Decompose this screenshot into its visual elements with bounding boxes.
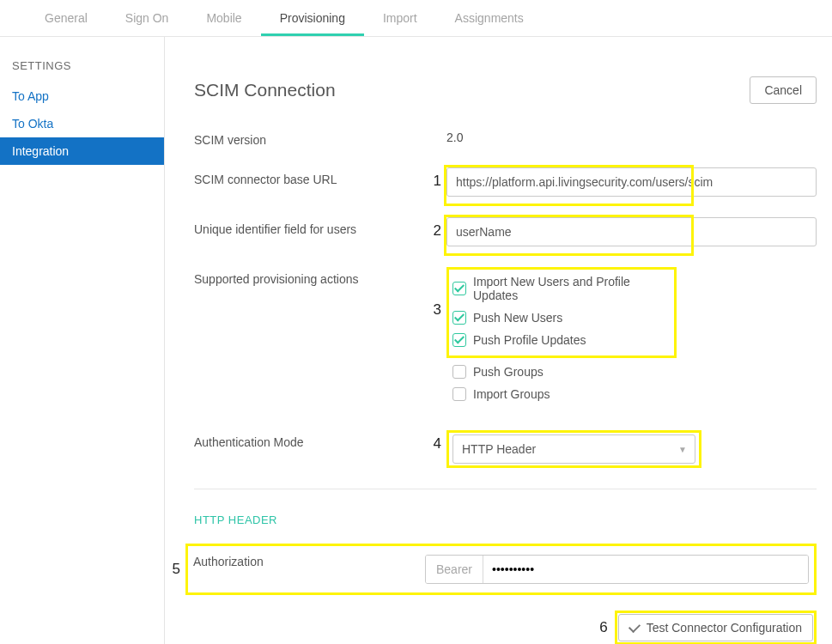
sidebar-item-to-app[interactable]: To App xyxy=(0,82,164,110)
sidebar-item-to-okta[interactable]: To Okta xyxy=(0,110,164,137)
base-url-input[interactable] xyxy=(446,167,817,197)
sidebar-heading: SETTINGS xyxy=(0,59,164,82)
actions-label: Supported provisioning actions xyxy=(194,267,426,286)
auth-mode-select[interactable] xyxy=(452,434,695,464)
section-title: SCIM Connection xyxy=(194,80,336,100)
annotation-2: 2 xyxy=(426,217,446,240)
checkbox-import-groups[interactable] xyxy=(452,387,466,401)
scim-version-label: SCIM version xyxy=(194,128,426,147)
annotation-6: 6 xyxy=(599,619,607,636)
tab-import[interactable]: Import xyxy=(364,4,436,36)
checkbox-label: Push New Users xyxy=(473,311,562,325)
scim-version-value: 2.0 xyxy=(446,131,817,144)
annotation-1: 1 xyxy=(426,167,446,190)
cancel-button-top[interactable]: Cancel xyxy=(750,76,817,104)
check-icon xyxy=(629,620,641,632)
checkbox-label: Push Profile Updates xyxy=(473,333,586,347)
uid-input[interactable] xyxy=(446,217,817,246)
main-panel: SCIM Connection Cancel SCIM version 2.0 … xyxy=(165,37,832,644)
checkbox-label: Push Groups xyxy=(473,365,544,379)
tab-general[interactable]: General xyxy=(26,4,106,36)
checkbox-push-groups[interactable] xyxy=(452,365,466,379)
checkbox-push-profile-updates[interactable] xyxy=(452,333,466,347)
checkbox-push-new-users[interactable] xyxy=(452,311,466,325)
tab-mobile[interactable]: Mobile xyxy=(187,4,260,36)
tab-assignments[interactable]: Assignments xyxy=(436,4,543,36)
checkbox-label: Import New Users and Profile Updates xyxy=(473,275,652,302)
test-connector-button[interactable]: Test Connector Configuration xyxy=(618,614,813,641)
uid-label: Unique identifier field for users xyxy=(194,217,426,236)
authorization-label: Authorization xyxy=(193,555,425,568)
auth-mode-label: Authentication Mode xyxy=(194,430,426,449)
settings-sidebar: SETTINGS To App To Okta Integration xyxy=(0,37,165,644)
test-connector-label: Test Connector Configuration xyxy=(647,621,802,635)
top-tabs: General Sign On Mobile Provisioning Impo… xyxy=(0,0,832,37)
annotation-4: 4 xyxy=(426,430,446,453)
tab-provisioning[interactable]: Provisioning xyxy=(261,4,364,36)
checkbox-import-new-users[interactable] xyxy=(452,282,466,295)
actions-highlight: Import New Users and Profile Updates Pus… xyxy=(446,267,677,358)
checkbox-label: Import Groups xyxy=(473,387,550,401)
base-url-label: SCIM connector base URL xyxy=(194,167,426,186)
bearer-token-input[interactable] xyxy=(483,556,808,583)
sidebar-item-integration[interactable]: Integration xyxy=(0,137,164,165)
http-header-heading: HTTP HEADER xyxy=(194,513,817,526)
tab-sign-on[interactable]: Sign On xyxy=(106,4,188,36)
annotation-3: 3 xyxy=(426,267,446,319)
bearer-prefix: Bearer xyxy=(426,556,483,583)
annotation-5: 5 xyxy=(165,561,185,578)
